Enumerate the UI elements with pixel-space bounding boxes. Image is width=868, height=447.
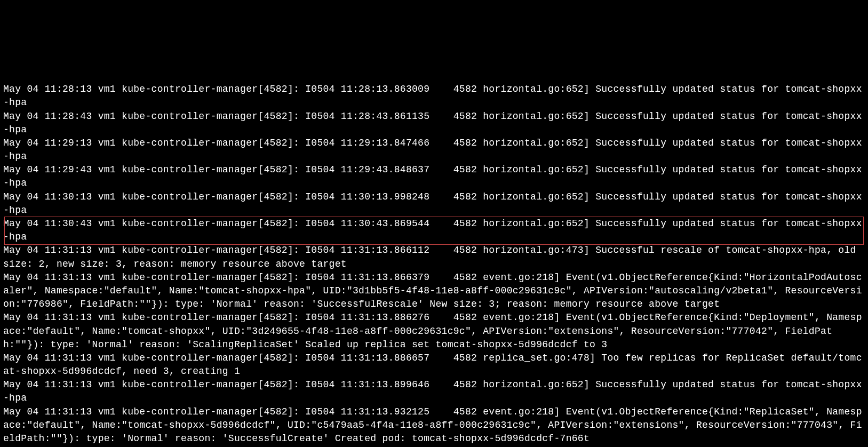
log-line-3: May 04 11:29:43 vm1 kube-controller-mana… bbox=[3, 163, 865, 190]
log-line-7: May 04 11:31:13 vm1 kube-controller-mana… bbox=[3, 271, 865, 312]
log-line-6: May 04 11:31:13 vm1 kube-controller-mana… bbox=[3, 244, 865, 270]
terminal-output[interactable]: May 04 11:28:13 vm1 kube-controller-mana… bbox=[3, 56, 865, 447]
log-lines-container: May 04 11:28:13 vm1 kube-controller-mana… bbox=[3, 83, 865, 445]
log-line-2: May 04 11:29:13 vm1 kube-controller-mana… bbox=[3, 137, 865, 163]
log-line-9: May 04 11:31:13 vm1 kube-controller-mana… bbox=[3, 352, 865, 378]
log-line-11: May 04 11:31:13 vm1 kube-controller-mana… bbox=[3, 405, 865, 446]
log-line-10: May 04 11:31:13 vm1 kube-controller-mana… bbox=[3, 378, 865, 405]
log-line-1: May 04 11:28:43 vm1 kube-controller-mana… bbox=[3, 110, 865, 137]
log-line-8: May 04 11:31:13 vm1 kube-controller-mana… bbox=[3, 311, 865, 352]
log-line-4: May 04 11:30:13 vm1 kube-controller-mana… bbox=[3, 190, 865, 217]
log-line-5: May 04 11:30:43 vm1 kube-controller-mana… bbox=[3, 217, 865, 244]
log-line-0: May 04 11:28:13 vm1 kube-controller-mana… bbox=[3, 83, 865, 109]
